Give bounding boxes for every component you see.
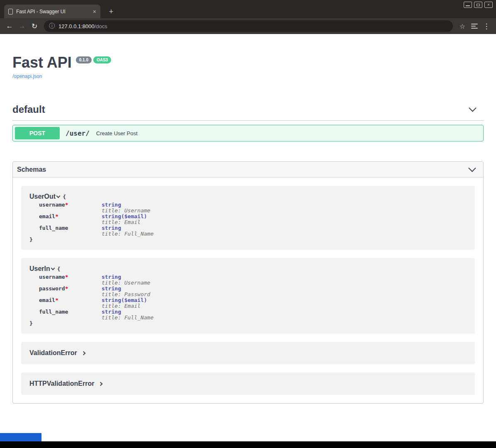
property-row: full_name string title: Full_Name [29, 309, 467, 321]
window-maximize-button[interactable] [474, 2, 482, 8]
window-close-button[interactable]: × [484, 2, 493, 8]
property-type: string [102, 225, 153, 231]
property-name: password [39, 285, 65, 292]
url-path: /docs [95, 23, 107, 29]
extensions-icon[interactable] [471, 24, 478, 29]
open-brace: { [57, 266, 61, 272]
required-asterisk: * [55, 297, 58, 303]
swagger-ui: Fast API 0.1.0 OAS3 /openapi.json defaul… [0, 55, 496, 404]
api-info: Fast API 0.1.0 OAS3 /openapi.json [12, 55, 484, 80]
url-text[interactable]: 127.0.0.1:8000/docs [58, 23, 107, 29]
model-title: HTTPValidationError [29, 380, 94, 387]
property-row: password* string title: Password [29, 286, 467, 297]
browser-window: Fast API - Swagger UI × + × ← → ↻ ⓘ 127.… [0, 0, 496, 448]
property-row: username* string title: Username [29, 202, 467, 214]
browser-toolbar: ← → ↻ ⓘ 127.0.0.1:8000/docs ☆ ⋮ [0, 18, 496, 34]
schemas-section: Schemas UserOut { username* [12, 161, 484, 404]
tab-close-icon[interactable]: × [93, 9, 96, 15]
forward-button[interactable]: → [16, 20, 28, 32]
endpoint-summary: Create User Post [96, 130, 138, 136]
kebab-menu-icon[interactable]: ⋮ [480, 20, 493, 32]
property-type: string [102, 274, 150, 280]
close-brace: } [29, 321, 467, 326]
property-name: full_name [39, 225, 68, 231]
model-userout-header[interactable]: UserOut { [29, 193, 467, 200]
model-userin: UserIn { username* string title: Usernam… [21, 258, 475, 334]
opblock-post-user[interactable]: POST /user/ Create User Post [12, 125, 484, 141]
property-type: string [102, 286, 150, 292]
schemas-header[interactable]: Schemas [13, 162, 483, 178]
method-badge: POST [15, 127, 60, 139]
property-list: username* string title: Username passwor… [29, 274, 467, 321]
back-button[interactable]: ← [3, 20, 16, 32]
model-title: ValidationError [29, 349, 77, 357]
property-title: title: Password [102, 292, 150, 297]
close-brace: } [29, 237, 467, 243]
maximize-icon [477, 4, 480, 6]
required-asterisk: * [55, 213, 58, 219]
property-type: string($email) [102, 297, 147, 303]
oas3-badge: OAS3 [93, 56, 111, 63]
tab-strip: Fast API - Swagger UI × + × [0, 0, 496, 18]
address-bar[interactable]: ⓘ 127.0.0.1:8000/docs [44, 20, 453, 32]
schemas-body: UserOut { username* string title: Userna… [13, 178, 483, 403]
browser-tab[interactable]: Fast API - Swagger UI × [4, 5, 100, 18]
chevron-down-icon[interactable] [468, 164, 476, 172]
chevron-right-icon[interactable] [81, 351, 85, 355]
chevron-down-icon[interactable] [56, 194, 61, 198]
property-type: string [102, 202, 150, 208]
bottom-edge [0, 441, 496, 448]
bookmark-star-icon[interactable]: ☆ [456, 20, 469, 32]
url-host: 127.0.0.1:8000 [58, 23, 95, 29]
chevron-down-icon[interactable] [51, 266, 55, 270]
property-row: email* string($email) title: Email [29, 214, 467, 225]
schemas-title: Schemas [17, 166, 46, 173]
property-title: title: Username [102, 280, 150, 286]
property-row: email* string($email) title: Email [29, 297, 467, 309]
property-row: full_name string title: Full_Name [29, 225, 467, 237]
model-title: UserIn [29, 265, 50, 273]
endpoint-path: /user/ [66, 129, 90, 137]
new-tab-button[interactable]: + [105, 6, 117, 17]
property-title: title: Full_Name [102, 315, 153, 321]
reload-button[interactable]: ↻ [28, 20, 41, 32]
version-badge: 0.1.0 [76, 56, 92, 63]
property-name: username [39, 202, 65, 208]
property-row: username* string title: Username [29, 274, 467, 286]
property-name: full_name [39, 309, 68, 315]
status-bubble [0, 433, 41, 441]
api-title-row: Fast API 0.1.0 OAS3 [12, 55, 484, 71]
property-title: title: Email [102, 219, 147, 225]
info-icon[interactable]: ⓘ [49, 22, 55, 30]
property-list: username* string title: Username email* … [29, 202, 467, 237]
tag-section-default[interactable]: default [12, 104, 484, 121]
tag-name: default [12, 104, 45, 115]
window-controls: × [464, 2, 493, 8]
model-userin-header[interactable]: UserIn { [29, 265, 467, 273]
minimize-icon [466, 5, 470, 6]
property-name: username [39, 274, 65, 280]
property-title: title: Email [102, 303, 147, 309]
chevron-right-icon[interactable] [99, 382, 103, 386]
model-userout: UserOut { username* string title: Userna… [21, 186, 475, 250]
property-type: string($email) [102, 214, 147, 219]
chevron-down-icon[interactable] [469, 104, 476, 112]
property-name: email [39, 213, 55, 219]
required-asterisk: * [65, 202, 68, 208]
required-asterisk: * [65, 285, 68, 292]
openapi-link[interactable]: /openapi.json [12, 73, 42, 79]
model-validationerror[interactable]: ValidationError [21, 342, 475, 364]
model-title: UserOut [29, 193, 56, 200]
page-title: Fast API [12, 55, 72, 71]
property-title: title: Full_Name [102, 231, 153, 237]
page-content: Fast API 0.1.0 OAS3 /openapi.json defaul… [0, 34, 496, 448]
open-brace: { [63, 194, 66, 200]
page-icon [8, 9, 13, 15]
tab-title: Fast API - Swagger UI [16, 9, 90, 15]
model-httpvalidationerror[interactable]: HTTPValidationError [21, 373, 475, 395]
required-asterisk: * [65, 274, 68, 280]
property-name: email [39, 297, 55, 303]
window-minimize-button[interactable] [464, 2, 472, 8]
property-title: title: Username [102, 208, 150, 214]
property-type: string [102, 309, 153, 315]
